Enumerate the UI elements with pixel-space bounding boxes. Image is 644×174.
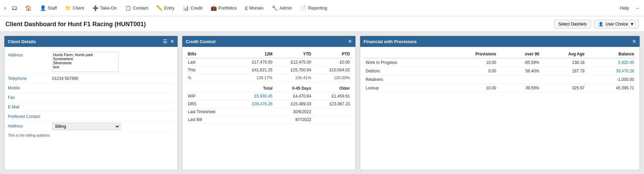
field-row-address-type: Address Billing	[8, 121, 174, 132]
cc-last-bill-label: Last Bill	[186, 116, 236, 124]
nav-reporting[interactable]: 📄 Reporting	[297, 3, 331, 13]
nav-contact-label: Contact	[133, 5, 148, 11]
fp-lockup-balance: 45,396.71	[587, 84, 636, 92]
fp-wip-balance: 5,920.45	[587, 58, 636, 67]
nav-reporting-label: Reporting	[308, 5, 327, 11]
nav-client[interactable]: 📁 Client	[62, 3, 88, 13]
table-row-divider: Total 0-45 Days Older	[186, 82, 352, 92]
cc-col2-total: Total	[236, 82, 275, 92]
nav-contact[interactable]: 📋 Contact	[122, 3, 152, 13]
fp-lockup-avgage: 325.97	[541, 84, 587, 92]
fp-wip-label: Work In Progress	[364, 58, 443, 67]
cc-last-label: Last	[186, 58, 236, 66]
financial-provisions-table: Provisions over 90 Avg Age Balance Work …	[364, 50, 636, 92]
fp-debtors-provisions: 0.00	[443, 67, 498, 75]
cc-last-timesheet-older	[313, 108, 352, 116]
user-choice-button[interactable]: 👤 User Choice ▼	[594, 20, 639, 29]
cc-drs-older: £23,987.23	[313, 100, 352, 108]
client-details-title: Client Details	[8, 39, 36, 44]
cc-drs-total-link[interactable]: £39,476.26	[252, 102, 273, 106]
fp-retainers-over90	[498, 75, 541, 84]
fp-retainers-avgage	[541, 75, 587, 84]
field-row-preferred-contact: Preferred Contact	[8, 112, 174, 121]
nav-back-arrow[interactable]: ›	[3, 3, 7, 13]
client-details-close-icon[interactable]: ✕	[170, 39, 174, 44]
address-type-select[interactable]: Billing	[52, 123, 120, 130]
admin-icon: 🔧	[272, 5, 278, 11]
address-textarea[interactable]: Hunts Farm, Hunts park Somewhere Silvers…	[52, 52, 119, 72]
telephone-label: Telephone	[8, 75, 52, 81]
page-header: Client Dashboard for Hunt F1 Racing (HUN…	[0, 16, 644, 32]
nav-portfolios-label: Portfolios	[218, 5, 237, 11]
fp-lockup-over90: 39.59%	[498, 84, 541, 92]
credit-control-header: Credit Control ✕	[182, 36, 355, 47]
client-details-list-icon[interactable]: ☰	[163, 39, 167, 44]
nav-admin[interactable]: 🔧 Admin	[268, 3, 295, 13]
fp-wip-over90: -85.59%	[498, 58, 541, 67]
telephone-value: 01234 567890	[52, 75, 174, 81]
page-title: Client Dashboard for Hunt F1 Racing (HUN…	[5, 21, 146, 28]
fp-lockup-provisions: 10.00	[443, 84, 498, 92]
cc-this-ptd: £10,004.02	[313, 66, 352, 74]
credit-control-panel: Credit Control ✕ Bills 12M YTD PTD Last	[182, 36, 356, 170]
cc-wip-label: WIP	[186, 92, 236, 100]
client-details-header: Client Details ☰ ✕	[4, 36, 178, 47]
cc-col-12m: 12M	[236, 50, 275, 58]
nav-monies[interactable]: £ Monies	[242, 3, 267, 13]
fp-retainers-provisions	[443, 75, 498, 84]
table-row: % 138.17% 106.41% 100.00%	[186, 74, 352, 82]
credit-control-body: Bills 12M YTD PTD Last £17,475.00 £12,47…	[182, 47, 355, 170]
table-row: Last Timesheet 30/6/2022	[186, 108, 352, 116]
table-row: Lockup 10.00 39.59% 325.97 45,396.71	[364, 84, 636, 92]
nav-portfolios[interactable]: 💼 Portfolios	[207, 3, 240, 13]
credit-control-header-icons: ✕	[348, 39, 352, 44]
financial-provisions-header-icons: ✕	[632, 39, 636, 44]
cc-pct-label: %	[186, 74, 236, 82]
fax-label: Fax	[8, 94, 52, 100]
field-row-address: Address Hunts Farm, Hunts park Somewhere…	[8, 50, 174, 74]
email-label: E-Mail	[8, 104, 52, 109]
cc-wip-total-link[interactable]: £5,930.45	[254, 94, 272, 99]
nav-expand-icon[interactable]: ↔	[634, 4, 641, 12]
fp-lockup-label: Lockup	[364, 84, 443, 92]
table-row: Last Bill 8/7/2022	[186, 116, 352, 124]
preferred-contact-label: Preferred Contact	[8, 113, 52, 119]
fp-col-avgage: Avg Age	[541, 50, 587, 58]
nav-home[interactable]: 🏠	[22, 3, 35, 13]
address-type-label: Address	[8, 123, 52, 128]
nav-takeon[interactable]: ➕ Take-On	[89, 3, 120, 13]
user-choice-person-icon: 👤	[598, 22, 603, 27]
cc-last-ptd: £0.00	[313, 58, 352, 66]
nav-staff[interactable]: 👤 Staff	[36, 3, 60, 13]
nav-cabinet-icon[interactable]: 🗂	[9, 3, 20, 13]
financial-provisions-header: Financial with Provisions ✕	[360, 36, 640, 47]
help-link[interactable]: Help	[616, 3, 632, 13]
cc-col-bills: Bills	[186, 50, 236, 58]
table-row: DRS £39,476.26 £15,489.03 £23,987.23	[186, 100, 352, 108]
cc-this-12m: £41,621.25	[236, 66, 275, 74]
cc-wip-older: £1,459.61	[313, 92, 352, 100]
cc-last-bill-older	[313, 116, 352, 124]
client-details-panel: Client Details ☰ ✕ Address Hunts Farm, H…	[4, 36, 178, 170]
cc-pct-ytd: 106.41%	[275, 74, 313, 82]
nav-entry[interactable]: ✏️ Entry	[153, 3, 178, 13]
nav-staff-label: Staff	[48, 5, 57, 11]
nav-credit[interactable]: 📊 Credit	[179, 3, 206, 13]
email-value	[52, 104, 174, 105]
table-row: Last £17,475.00 £12,475.00 £0.00	[186, 58, 352, 66]
portfolios-icon: 💼	[211, 5, 217, 11]
user-choice-chevron-icon: ▼	[630, 22, 634, 27]
table-row: WIP £5,930.45 £4,470.84 £1,459.61	[186, 92, 352, 100]
field-row-telephone: Telephone 01234 567890	[8, 74, 174, 83]
nav-client-label: Client	[73, 5, 84, 11]
financial-provisions-close-icon[interactable]: ✕	[632, 39, 636, 44]
select-dashlets-button[interactable]: Select Dashlets	[554, 20, 591, 29]
cc-pct-12m: 138.17%	[236, 74, 275, 82]
cc-pct-ptd: 100.00%	[313, 74, 352, 82]
fp-col-label	[364, 50, 443, 58]
table-row: Work In Progress 10.00 -85.59% 138.18 5,…	[364, 58, 636, 67]
credit-control-close-icon[interactable]: ✕	[348, 39, 352, 44]
nav-credit-label: Credit	[190, 5, 202, 11]
cc-col2-older: Older	[313, 82, 352, 92]
staff-icon: 👤	[40, 5, 46, 11]
